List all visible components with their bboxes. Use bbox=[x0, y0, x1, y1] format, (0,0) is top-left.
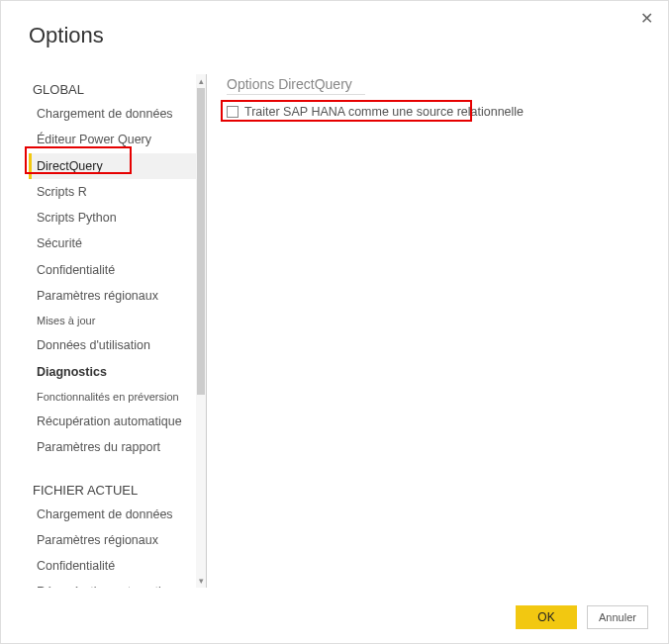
sidebar-list: GLOBAL Chargement de données Éditeur Pow… bbox=[29, 74, 196, 588]
sidebar-item-cf-auto-recovery[interactable]: Récupération automatique bbox=[29, 579, 196, 588]
option-row-sap-hana: Traiter SAP HANA comme une source relati… bbox=[227, 105, 640, 119]
sidebar-item-security[interactable]: Sécurité bbox=[29, 230, 196, 256]
cancel-button[interactable]: Annuler bbox=[587, 605, 648, 629]
sidebar-item-power-query[interactable]: Éditeur Power Query bbox=[29, 127, 196, 152]
panel-content: Options DirectQuery Traiter SAP HANA com… bbox=[207, 74, 640, 588]
sidebar-item-auto-recovery[interactable]: Récupération automatique bbox=[29, 409, 196, 434]
sidebar-item-regional[interactable]: Paramètres régionaux bbox=[29, 283, 196, 309]
sidebar-item-cf-data-load[interactable]: Chargement de données bbox=[29, 502, 196, 527]
scroll-down-icon[interactable]: ▾ bbox=[196, 574, 206, 588]
sidebar-section-current-file: FICHIER ACTUEL bbox=[29, 479, 196, 502]
sidebar-section-global: GLOBAL bbox=[29, 78, 196, 101]
checkbox-sap-hana[interactable] bbox=[227, 106, 239, 118]
sidebar-item-cf-regional[interactable]: Paramètres régionaux bbox=[29, 527, 196, 553]
sidebar-item-privacy[interactable]: Confidentialité bbox=[29, 257, 196, 283]
ok-button[interactable]: OK bbox=[516, 605, 577, 629]
sidebar-item-usage-data[interactable]: Données d'utilisation bbox=[29, 332, 196, 358]
close-icon[interactable]: ✕ bbox=[636, 9, 656, 29]
sidebar: GLOBAL Chargement de données Éditeur Pow… bbox=[29, 74, 207, 588]
scroll-thumb[interactable] bbox=[197, 88, 205, 395]
dialog-body: GLOBAL Chargement de données Éditeur Pow… bbox=[29, 74, 640, 588]
sidebar-item-data-load[interactable]: Chargement de données bbox=[29, 101, 196, 127]
options-dialog: ✕ Options GLOBAL Chargement de données É… bbox=[0, 0, 669, 644]
sidebar-item-r-scripts[interactable]: Scripts R bbox=[29, 179, 196, 205]
checkbox-label: Traiter SAP HANA comme une source relati… bbox=[244, 105, 524, 119]
dialog-title: Options bbox=[29, 23, 104, 48]
panel-title: Options DirectQuery bbox=[227, 74, 365, 95]
sidebar-item-directquery[interactable]: DirectQuery bbox=[29, 153, 196, 179]
sidebar-item-cf-privacy[interactable]: Confidentialité bbox=[29, 553, 196, 579]
sidebar-item-diagnostics[interactable]: Diagnostics bbox=[29, 359, 196, 385]
sidebar-item-updates[interactable]: Mises à jour bbox=[29, 309, 196, 332]
scroll-up-icon[interactable]: ▴ bbox=[196, 74, 206, 88]
sidebar-scrollbar[interactable]: ▴ ▾ bbox=[196, 74, 206, 588]
sidebar-item-report-settings[interactable]: Paramètres du rapport bbox=[29, 434, 196, 460]
sidebar-item-python-scripts[interactable]: Scripts Python bbox=[29, 205, 196, 230]
dialog-footer: OK Annuler bbox=[516, 605, 648, 629]
sidebar-item-preview-features[interactable]: Fonctionnalités en préversion bbox=[29, 385, 196, 409]
